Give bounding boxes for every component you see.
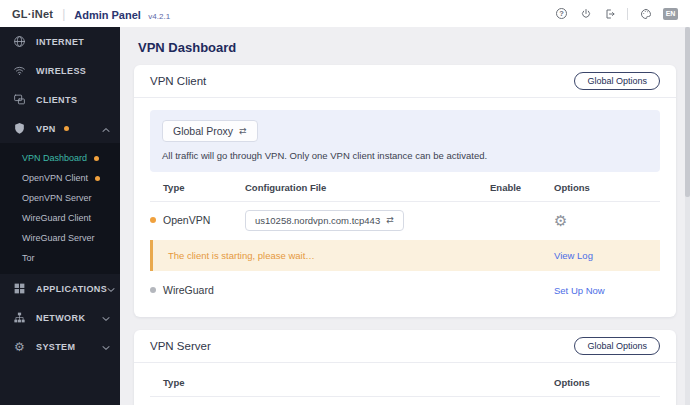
sidebar-item-label: INTERNET [36,37,84,47]
sidebar-item-internet[interactable]: INTERNET [0,27,120,56]
global-proxy-banner: Global Proxy ⇄ All traffic will go throu… [150,110,660,172]
options-gear-icon[interactable]: ⚙ [554,213,660,228]
col-enable: Enable [490,182,554,193]
wifi-icon [13,64,26,77]
col-options: Options [554,377,660,388]
view-log-link[interactable]: View Log [554,250,660,261]
chevron-up-icon [102,120,110,138]
status-dot [150,217,156,223]
sidebar-item-clients[interactable]: CLIENTS [0,85,120,114]
status-message: The client is starting, please wait… [168,250,554,261]
vpn-client-title: VPN Client [150,75,206,87]
row-type-label: WireGuard [163,284,554,296]
vpn-server-card: VPN Server Global Options Type Options O… [134,330,676,405]
sidebar: INTERNET WIRELESS CLIENTS VPN VPN Dashbo… [0,27,120,405]
sidebar-item-label: VPN [36,124,56,134]
sidebar-item-label: SYSTEM [36,342,75,352]
server-global-options-button[interactable]: Global Options [574,337,660,355]
devices-icon [13,93,26,106]
notification-dot [95,176,100,181]
client-status-banner: The client is starting, please wait… Vie… [150,240,660,271]
client-table-header: Type Configuration File Enable Options [150,172,660,201]
chevron-down-icon [107,280,115,298]
vpn-client-card: VPN Client Global Options Global Proxy ⇄… [134,65,676,317]
sidebar-item-wireguard-server[interactable]: WireGuard Server [0,228,120,248]
sidebar-item-openvpn-server[interactable]: OpenVPN Server [0,188,120,208]
logout-icon[interactable] [603,7,616,20]
gear-icon: ⚙ [13,340,26,353]
notification-dot [94,156,99,161]
sidebar-item-vpn-dashboard[interactable]: VPN Dashboard [0,148,120,168]
main-content: VPN Dashboard VPN Client Global Options … [120,27,690,405]
scrollbar-thumb[interactable] [685,27,690,197]
sidebar-item-tor[interactable]: Tor [0,248,120,268]
swap-icon: ⇄ [239,126,247,136]
col-options: Options [554,182,660,193]
app-version: v4.2.1 [148,12,170,21]
vpn-submenu: VPN Dashboard OpenVPN Client OpenVPN Ser… [0,143,120,274]
proxy-mode-button[interactable]: Global Proxy ⇄ [162,120,258,142]
grid-icon [13,282,26,295]
sidebar-item-label: APPLICATIONS [36,284,107,294]
config-file-button[interactable]: us10258.nordvpn.com.tcp443 ⇄ [245,210,404,231]
sidebar-item-system[interactable]: ⚙ SYSTEM [0,332,120,361]
vpn-server-title: VPN Server [150,340,211,352]
help-icon[interactable]: ? [555,7,568,20]
power-icon[interactable] [579,7,592,20]
sidebar-item-openvpn-client[interactable]: OpenVPN Client [0,168,120,188]
globe-icon [13,35,26,48]
sidebar-item-label: NETWORK [36,313,85,323]
sidebar-item-wireless[interactable]: WIRELESS [0,56,120,85]
header-separator: | [62,7,65,21]
header-divider [627,8,628,20]
shield-icon [13,122,26,135]
setup-now-link[interactable]: Set Up Now [554,285,660,296]
sidebar-item-label: WIRELESS [36,66,86,76]
client-global-options-button[interactable]: Global Options [574,72,660,90]
table-row-openvpn-server: OpenVPN Set Up Now [150,397,660,405]
sitemap-icon [13,311,26,324]
sidebar-item-applications[interactable]: APPLICATIONS [0,274,120,303]
col-config: Configuration File [245,182,490,193]
theme-palette-icon[interactable] [639,7,652,20]
notification-dot [64,126,69,131]
row-type-label: OpenVPN [163,214,245,226]
sidebar-item-label: CLIENTS [36,95,77,105]
proxy-description: All traffic will go through VPN. Only on… [162,150,648,161]
app-title: Admin Panel [74,9,141,21]
top-header: GL·iNet | Admin Panel v4.2.1 ? EN [0,0,690,27]
gl-inet-logo: GL·iNet [12,8,53,20]
server-table-header: Type Options [150,367,660,396]
table-row-wireguard: WireGuard Set Up Now [150,273,660,307]
status-dot [150,287,156,293]
sidebar-item-wireguard-client[interactable]: WireGuard Client [0,208,120,228]
swap-icon: ⇄ [386,215,394,225]
col-type: Type [163,182,245,193]
chevron-down-icon [102,309,110,327]
table-row-openvpn: OpenVPN us10258.nordvpn.com.tcp443 ⇄ ⚙ [150,202,660,238]
col-type: Type [163,377,554,388]
sidebar-item-vpn[interactable]: VPN [0,114,120,143]
page-title: VPN Dashboard [120,27,690,65]
language-badge[interactable]: EN [663,8,678,20]
scrollbar[interactable] [685,27,690,405]
chevron-down-icon [102,338,110,356]
sidebar-item-network[interactable]: NETWORK [0,303,120,332]
